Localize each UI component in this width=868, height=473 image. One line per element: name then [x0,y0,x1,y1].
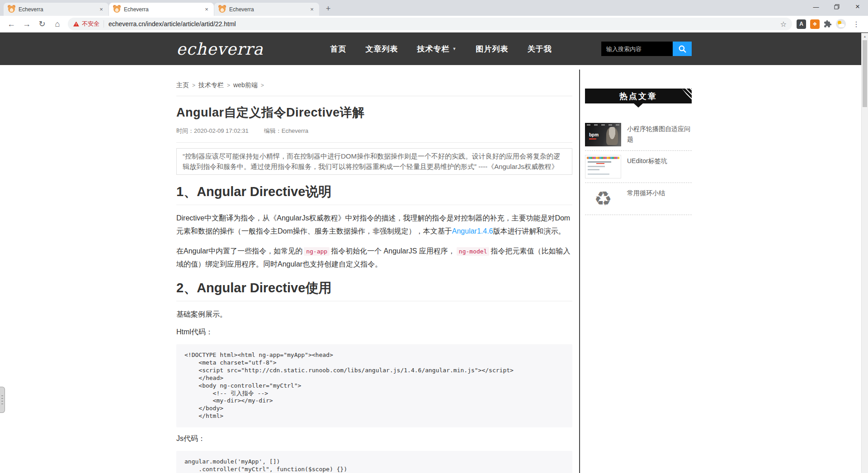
recycle-icon: ♻ [585,187,621,211]
breadcrumb-link-home[interactable]: 主页 [176,81,189,89]
thumb-red-underline [596,163,604,164]
tab-title: Echeverra [124,6,199,13]
hot-article-title[interactable]: 小程序轮播图自适应问题 [627,123,691,145]
quote-block: “控制器应该尽可能保持短小精悍，而在控制器中进行DOM操作和数据操作则是一个不好… [176,148,572,175]
back-icon[interactable]: ← [5,17,18,31]
paragraph-text: 在Angular中内置了一些指令，如常见的 [176,247,302,255]
scrollbar[interactable]: ▲ [861,33,868,473]
nav-item-tech-label: 技术专栏 [417,44,449,54]
extension-shield-icon[interactable]: ❖ [810,19,820,29]
scrollbar-thumb[interactable] [863,40,867,107]
hot-articles-list: bpm 小程序轮播图自适应问题 [585,119,692,215]
scroll-up-icon[interactable]: ▲ [862,33,868,40]
hamster-favicon [113,6,120,13]
divider [176,96,572,96]
browser-tab-3[interactable]: Echeverra × [214,3,319,16]
hot-article-title[interactable]: UEditor标签坑 [627,155,667,166]
breadcrumb-separator: > [192,82,195,89]
weather-extension-icon[interactable] [836,19,846,29]
article-meta-editor: 编辑：Echeverra [264,127,308,135]
site-header: echeverra 首页 文章列表 技术专栏 ▼ 图片列表 关于我 [0,33,868,65]
thumb-toolbar-colors [587,157,619,159]
address-bar[interactable]: ! 不安全 echeverra.cn/index/article/article… [68,18,792,30]
nav-item-articles[interactable]: 文章列表 [365,44,398,54]
article-meta-time: 时间：2020-02-09 17:02:31 [176,127,249,135]
nav-item-tech[interactable]: 技术专栏 ▼ [417,44,457,54]
hot-article-thumb-bpm[interactable]: bpm [585,123,621,146]
nav-item-about[interactable]: 关于我 [527,44,552,54]
hot-article-item-1[interactable]: bpm 小程序轮播图自适应问题 [585,119,692,151]
browser-toolbar: ← → ↻ ⌂ ! 不安全 echeverra.cn/index/article… [0,16,868,33]
divider [176,142,572,143]
chevron-down-icon: ▼ [452,47,457,51]
browser-menu-icon[interactable]: ⋮ [850,20,863,28]
new-tab-button[interactable]: + [322,3,334,14]
minimize-button[interactable]: — [806,0,826,14]
search-icon [678,45,687,53]
tab-close-icon[interactable]: × [308,6,316,13]
browser-tab-2-active[interactable]: Echeverra × [109,3,214,16]
hot-article-item-2[interactable]: UEditor标签坑 [585,151,692,183]
banner-notch [634,103,643,108]
paragraph-text: 指令初始化一个 AngularJS 应用程序， [331,247,455,255]
nav-item-pictures[interactable]: 图片列表 [476,44,508,54]
extension-puzzle-icon[interactable] [824,20,832,28]
inline-code-ng-app: ng-app [304,247,330,256]
code-block-js: angular.module('myApp', []) .controller(… [176,451,572,473]
restore-button[interactable] [826,0,847,14]
article-link-angular146[interactable]: Angular1.4.6 [452,227,493,235]
search-box [601,42,692,56]
thumb-text-line [588,166,605,167]
intro-paragraph: 基础案例展示。 [176,308,572,321]
tab-title: Echeverra [229,6,305,13]
nav-item-home[interactable]: 首页 [330,44,346,54]
search-button[interactable] [673,42,692,56]
security-warning-icon[interactable]: ! [73,22,79,27]
time-value: 2020-02-09 17:02:31 [194,127,249,134]
paragraph-2: 在Angular中内置了一些指令，如常见的ng-app指令初始化一个 Angul… [176,244,572,271]
thumb-text-line [588,173,609,175]
breadcrumb-link-webfrontend[interactable]: web前端 [233,81,258,89]
code-block-html: <!DOCTYPE html><html ng-app="myApp"><hea… [176,344,572,427]
hot-article-title[interactable]: 常用循环小结 [627,187,665,198]
inline-code-ng-model: ng-model [457,247,490,256]
tab-title: Echeverra [19,6,94,13]
url-divider [104,20,104,28]
person-silhouette [606,127,618,145]
hot-articles-title: 热点文章 [619,91,657,102]
html-code-label: Html代码： [176,325,572,339]
side-panel-handle[interactable] [0,387,5,413]
editor-label: 编辑： [264,127,282,134]
hot-article-thumb-ueditor[interactable] [585,155,621,178]
js-code-label: Js代码： [176,432,572,445]
tab-strip: Echeverra × Echeverra × Echeverra × + — … [0,0,868,16]
banner-stripes-decoration [670,89,692,103]
tab-close-icon[interactable]: × [98,6,105,13]
page-body: 主页 > 技术专栏 > web前端 > Angular自定义指令Directiv… [0,65,868,473]
tab-close-icon[interactable]: × [203,6,210,13]
url-text[interactable]: echeverra.cn/index/article/article/artid… [108,20,777,28]
browser-window: Echeverra × Echeverra × Echeverra × + — … [0,0,868,473]
extension-a-icon[interactable]: A [797,19,806,29]
bookmark-star-icon[interactable]: ☆ [780,20,787,28]
bpm-red-accent [589,138,596,140]
security-warning-text[interactable]: 不安全 [82,20,99,28]
thumb-text-line [588,169,599,170]
thumb-text-line [588,161,611,163]
hamster-favicon [8,6,15,13]
forward-icon[interactable]: → [20,17,33,31]
breadcrumb-separator: > [227,82,230,89]
home-icon[interactable]: ⌂ [51,17,64,31]
browser-tab-1[interactable]: Echeverra × [4,3,108,16]
extension-area: A ❖ ⋮ [797,19,863,29]
breadcrumb-link-tech[interactable]: 技术专栏 [198,81,224,89]
hot-articles-banner: 热点文章 [585,89,692,103]
article-meta: 时间：2020-02-09 17:02:31 编辑：Echeverra [176,127,572,135]
site-logo[interactable]: echeverra [176,40,263,58]
search-input[interactable] [601,42,673,56]
reload-icon[interactable]: ↻ [35,17,49,31]
bpm-label: bpm [589,132,599,137]
breadcrumb-separator: > [261,82,264,89]
hot-article-item-3[interactable]: ♻ 常用循环小结 [585,183,692,215]
close-button[interactable]: × [847,0,868,14]
